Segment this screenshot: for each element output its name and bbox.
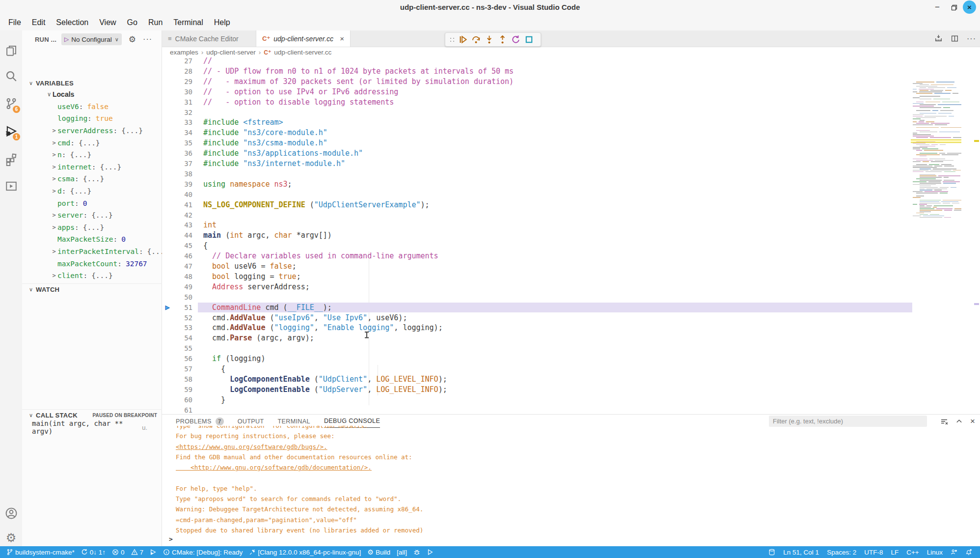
gutter[interactable]: 43 bbox=[162, 220, 198, 230]
status-sync-changes[interactable]: 0↓ 1↑ bbox=[81, 549, 106, 556]
code-line-44[interactable]: 44main (int argc, char *argv[]) bbox=[162, 230, 912, 241]
close-tab-icon[interactable]: × bbox=[340, 34, 344, 43]
code-line-29[interactable]: 29// - maximum of 320 packets sent (or l… bbox=[162, 77, 912, 87]
variable-server[interactable]: >server:{...} bbox=[22, 209, 162, 222]
gutter[interactable]: 31 bbox=[162, 97, 198, 108]
gutter[interactable]: 29 bbox=[162, 77, 198, 87]
status-indentation[interactable]: Spaces: 2 bbox=[827, 549, 856, 556]
code-line-57[interactable]: 57 { bbox=[162, 364, 912, 374]
gutter[interactable]: 58 bbox=[162, 374, 198, 385]
gutter[interactable]: 32 bbox=[162, 108, 198, 118]
code-line-61[interactable]: 61 bbox=[162, 405, 912, 414]
code-line-59[interactable]: 59 LogComponentEnable ("UdpServer", LOG_… bbox=[162, 385, 912, 395]
activity-account-icon[interactable] bbox=[0, 503, 22, 524]
gutter[interactable]: 55 bbox=[162, 343, 198, 354]
more-actions-button[interactable]: ··· bbox=[967, 34, 976, 43]
code-line-35[interactable]: 35#include "ns3/csma-module.h" bbox=[162, 138, 912, 148]
chevron-icon[interactable]: > bbox=[51, 175, 57, 182]
gutter[interactable]: 42 bbox=[162, 210, 198, 221]
stop-button[interactable] bbox=[522, 33, 536, 46]
chevron-icon[interactable]: > bbox=[51, 212, 57, 219]
variable-port[interactable]: port:0 bbox=[22, 197, 162, 209]
menu-edit[interactable]: Edit bbox=[27, 17, 51, 28]
gutter[interactable]: 49 bbox=[162, 282, 198, 292]
code-line-54[interactable]: 54 cmd.Parse (argc, argv); bbox=[162, 333, 912, 343]
code-line-60[interactable]: 60 } bbox=[162, 395, 912, 405]
split-editor-button[interactable] bbox=[951, 34, 959, 43]
status-cmake-build[interactable]: ⚙Build bbox=[367, 548, 390, 556]
breadcrumb-item[interactable]: udp-client-server bbox=[206, 49, 256, 56]
variable-csma[interactable]: >csma:{...} bbox=[22, 173, 162, 185]
status-warnings[interactable]: 7 bbox=[131, 549, 144, 556]
code-line-41[interactable]: 41NS_LOG_COMPONENT_DEFINE ("UdpClientSer… bbox=[162, 200, 912, 210]
code-line-34[interactable]: 34#include "ns3/core-module.h" bbox=[162, 128, 912, 138]
status-notifications[interactable] bbox=[965, 549, 972, 556]
gutter[interactable]: 44 bbox=[162, 230, 198, 241]
variable-n[interactable]: >n:{...} bbox=[22, 149, 162, 161]
code-line-27[interactable]: 27// bbox=[162, 57, 912, 66]
chevron-icon[interactable]: > bbox=[51, 127, 57, 134]
chevron-icon[interactable]: > bbox=[51, 151, 57, 158]
tab-udp-client-server-cc[interactable]: C⁺udp-client-server.cc× bbox=[256, 30, 351, 47]
console-line[interactable]: <https://www.gnu.org/software/gdb/bugs/>… bbox=[176, 442, 971, 452]
code-line-40[interactable]: 40 bbox=[162, 190, 912, 200]
code-line-37[interactable]: 37#include "ns3/internet-module.h" bbox=[162, 159, 912, 169]
code-line-53[interactable]: 53 cmd.AddValue ("logging", "Enable logg… bbox=[162, 323, 912, 333]
gutter[interactable]: 50 bbox=[162, 292, 198, 303]
restore-button[interactable] bbox=[948, 2, 960, 13]
gutter[interactable]: 53 bbox=[162, 323, 198, 333]
gutter[interactable]: 54 bbox=[162, 333, 198, 343]
toolbar-drag-handle[interactable] bbox=[449, 36, 455, 43]
activity-extensions-icon[interactable] bbox=[0, 149, 22, 170]
gutter[interactable]: 38 bbox=[162, 169, 198, 179]
code-line-28[interactable]: 28// - UDP flow from n0 to n1 of 1024 by… bbox=[162, 66, 912, 77]
chevron-icon[interactable]: > bbox=[51, 272, 57, 279]
step-into-button[interactable] bbox=[483, 33, 496, 46]
status-feedback[interactable] bbox=[951, 549, 957, 556]
status-debug-indicator[interactable] bbox=[150, 549, 157, 556]
variable-logging[interactable]: logging:true bbox=[22, 112, 162, 125]
status-cmake-status[interactable]: CMake: [Debug]: Ready bbox=[163, 549, 243, 556]
console-prompt[interactable]: > bbox=[169, 535, 173, 543]
status-cmake-target[interactable]: [all] bbox=[397, 549, 407, 556]
code-line-32[interactable]: 32 bbox=[162, 108, 912, 118]
status-remote[interactable] bbox=[768, 549, 775, 556]
activity-test-panel-icon[interactable] bbox=[0, 176, 22, 196]
variable-useV6[interactable]: useV6:false bbox=[22, 101, 162, 113]
gutter[interactable]: 60 bbox=[162, 395, 198, 405]
status-cmake-debug[interactable] bbox=[413, 549, 420, 556]
status-cmake-launch[interactable] bbox=[427, 549, 434, 556]
status-errors[interactable]: 0 bbox=[112, 549, 125, 556]
chevron-icon[interactable]: > bbox=[51, 140, 57, 146]
code-line-50[interactable]: 50 bbox=[162, 292, 912, 303]
run-more-actions[interactable]: ··· bbox=[143, 35, 152, 44]
restart-button[interactable] bbox=[509, 33, 522, 46]
code-line-47[interactable]: 47 bool useV6 = false; bbox=[162, 261, 912, 272]
code-line-51[interactable]: ▶51 CommandLine cmd (__FILE__); bbox=[162, 303, 912, 313]
gutter[interactable]: 57 bbox=[162, 364, 198, 374]
variable-internet[interactable]: >internet:{...} bbox=[22, 161, 162, 173]
gutter[interactable]: 56 bbox=[162, 354, 198, 364]
gutter[interactable]: 39 bbox=[162, 179, 198, 190]
code-editor[interactable]: 27//28// - UDP flow from n0 to n1 of 102… bbox=[162, 57, 980, 414]
gutter[interactable]: 48 bbox=[162, 272, 198, 282]
code-line-45[interactable]: 45{ bbox=[162, 241, 912, 251]
clear-console-button[interactable] bbox=[940, 418, 948, 425]
gutter[interactable]: ▶51 bbox=[162, 303, 198, 313]
gutter[interactable]: 59 bbox=[162, 385, 198, 395]
run-below-button[interactable] bbox=[934, 34, 943, 43]
gutter[interactable]: 27 bbox=[162, 57, 198, 66]
call-stack-section-header[interactable]: ∨ CALL STACK PAUSED ON BREAKPOINT bbox=[22, 409, 162, 420]
code-line-56[interactable]: 56 if (logging) bbox=[162, 354, 912, 364]
code-line-31[interactable]: 31// - option to disable logging stateme… bbox=[162, 97, 912, 108]
activity-settings-icon[interactable]: ⚙ bbox=[0, 528, 22, 548]
code-line-42[interactable]: 42 bbox=[162, 210, 912, 221]
maximize-panel-button[interactable] bbox=[955, 418, 963, 425]
code-line-36[interactable]: 36#include "ns3/applications-module.h" bbox=[162, 148, 912, 159]
activity-search-icon[interactable] bbox=[0, 66, 22, 86]
status-encoding[interactable]: UTF-8 bbox=[864, 549, 883, 556]
variable-client[interactable]: >client:{...} bbox=[22, 270, 162, 282]
variable-d[interactable]: >d:{...} bbox=[22, 185, 162, 197]
variable-maxPacketCount[interactable]: maxPacketCount:32767 bbox=[22, 257, 162, 270]
breadcrumb-item[interactable]: udp-client-server.cc bbox=[274, 49, 331, 56]
